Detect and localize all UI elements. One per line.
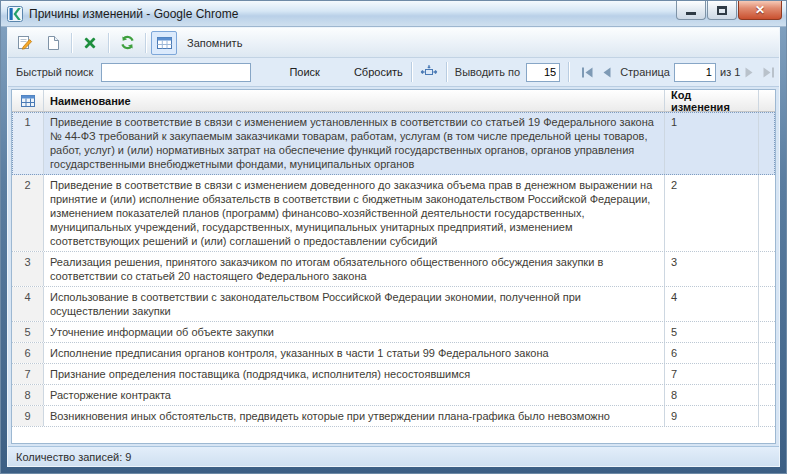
first-page-button[interactable]	[581, 67, 594, 78]
table-row[interactable]: 7 Признание определения поставщика (подр…	[12, 364, 775, 385]
grid-icon	[21, 95, 35, 107]
toolbar-separator	[145, 33, 146, 53]
maximize-button[interactable]	[707, 1, 737, 20]
row-name[interactable]: Приведение в соответствие в связи с изме…	[44, 112, 665, 174]
row-spacer	[759, 385, 775, 405]
app-window: Причины изменений - Google Chrome ✕	[0, 0, 787, 474]
quick-search-label: Быстрый поиск	[16, 66, 93, 78]
row-spacer	[759, 343, 775, 363]
minimize-icon	[686, 12, 696, 15]
table-row[interactable]: 8 Расторжение контракта 8	[12, 385, 775, 406]
edit-icon	[17, 34, 34, 51]
row-number: 2	[12, 175, 44, 251]
status-bar: Количество записей: 9	[8, 446, 779, 466]
table-columns-button[interactable]	[151, 31, 177, 55]
filterbar-separator	[411, 62, 412, 82]
page-size-input[interactable]	[526, 63, 560, 82]
row-number: 9	[12, 406, 44, 426]
row-code[interactable]: 1	[665, 112, 759, 174]
row-name[interactable]: Использование в соответствии с законодат…	[44, 287, 665, 321]
app-logo-icon	[7, 6, 23, 22]
toolbar-separator	[71, 33, 72, 53]
row-number: 3	[12, 252, 44, 286]
row-spacer	[759, 175, 775, 251]
row-code[interactable]: 4	[665, 287, 759, 321]
excel-export-icon	[82, 35, 98, 51]
toolbar-separator	[108, 33, 109, 53]
titlebar: Причины изменений - Google Chrome ✕	[1, 1, 786, 27]
table-row[interactable]: 4 Использование в соответствии с законод…	[12, 287, 775, 322]
row-number: 5	[12, 322, 44, 342]
row-code[interactable]: 6	[665, 343, 759, 363]
row-spacer	[759, 322, 775, 342]
table-body: 1 Приведение в соответствие в связи с из…	[12, 112, 775, 443]
grid-corner-cell[interactable]	[12, 90, 44, 111]
page-size-label: Выводить по	[455, 66, 520, 78]
last-page-button[interactable]	[762, 67, 775, 78]
save-button[interactable]: Запомнить	[187, 37, 242, 49]
window-title: Причины изменений - Google Chrome	[29, 7, 676, 21]
maximize-icon	[717, 6, 727, 15]
row-number: 7	[12, 364, 44, 384]
filterbar-separator	[446, 62, 447, 82]
reset-button[interactable]: Сбросить	[354, 66, 403, 78]
page-total-label: из 1	[720, 66, 740, 78]
row-code[interactable]: 8	[665, 385, 759, 405]
row-number: 1	[12, 112, 44, 174]
row-spacer	[759, 112, 775, 174]
row-name[interactable]: Признание определения поставщика (подряд…	[44, 364, 665, 384]
refresh-button[interactable]	[114, 31, 140, 55]
client-area: Запомнить Быстрый поиск Поиск Сбросить	[7, 27, 780, 467]
row-number: 6	[12, 343, 44, 363]
row-name[interactable]: Расторжение контракта	[44, 385, 665, 405]
row-code[interactable]: 7	[665, 364, 759, 384]
row-number: 4	[12, 287, 44, 321]
row-spacer	[759, 364, 775, 384]
row-code[interactable]: 2	[665, 175, 759, 251]
row-code[interactable]: 5	[665, 322, 759, 342]
record-count: Количество записей: 9	[16, 451, 131, 463]
row-code[interactable]: 3	[665, 252, 759, 286]
close-button[interactable]: ✕	[738, 1, 782, 20]
row-code[interactable]: 9	[665, 406, 759, 426]
edit-button[interactable]	[12, 31, 38, 55]
quick-search-input[interactable]	[101, 63, 251, 82]
minimize-button[interactable]	[676, 1, 706, 20]
filter-bar: Быстрый поиск Поиск Сбросить Выводить по	[8, 58, 779, 87]
refresh-icon	[119, 34, 136, 51]
row-spacer	[759, 406, 775, 426]
new-document-button[interactable]	[40, 31, 66, 55]
window-controls: ✕	[676, 1, 782, 26]
filterbar-separator	[568, 62, 569, 82]
table-row[interactable]: 5 Уточнение информации об объекте закупк…	[12, 322, 775, 343]
new-document-icon	[45, 35, 61, 51]
excel-export-button[interactable]	[77, 31, 103, 55]
toolbar: Запомнить	[8, 28, 779, 58]
table-columns-icon	[156, 35, 173, 51]
table-row[interactable]: 3 Реализация решения, принятого заказчик…	[12, 252, 775, 287]
row-name[interactable]: Исполнение предписания органов контроля,…	[44, 343, 665, 363]
column-header-spacer	[759, 90, 775, 111]
data-grid: Наименование Код изменения 1 Приведение …	[11, 89, 776, 444]
column-header-code[interactable]: Код изменения	[665, 90, 759, 111]
table-row[interactable]: 9 Возникновения иных обстоятельств, пред…	[12, 406, 775, 427]
search-button[interactable]: Поиск	[289, 66, 319, 78]
table-row[interactable]: 1 Приведение в соответствие в связи с из…	[12, 112, 775, 175]
row-name[interactable]: Уточнение информации об объекте закупки	[44, 322, 665, 342]
row-name[interactable]: Реализация решения, принятого заказчиком…	[44, 252, 665, 286]
row-spacer	[759, 287, 775, 321]
page-number-input[interactable]	[674, 63, 716, 82]
row-spacer	[759, 252, 775, 286]
row-name[interactable]: Возникновения иных обстоятельств, предви…	[44, 406, 665, 426]
page-label: Страница	[620, 66, 670, 78]
table-row[interactable]: 6 Исполнение предписания органов контрол…	[12, 343, 775, 364]
grid-header: Наименование Код изменения	[12, 90, 775, 112]
table-row[interactable]: 2 Приведение в соответствие в связи с из…	[12, 175, 775, 252]
row-number: 8	[12, 385, 44, 405]
row-name[interactable]: Приведение в соответствие в связи с изме…	[44, 175, 665, 251]
column-header-name[interactable]: Наименование	[44, 90, 665, 111]
fit-columns-icon[interactable]	[420, 64, 438, 80]
prev-page-button[interactable]	[602, 67, 612, 78]
window-frame: Запомнить Быстрый поиск Поиск Сбросить	[1, 27, 786, 473]
next-page-button[interactable]	[744, 67, 754, 78]
